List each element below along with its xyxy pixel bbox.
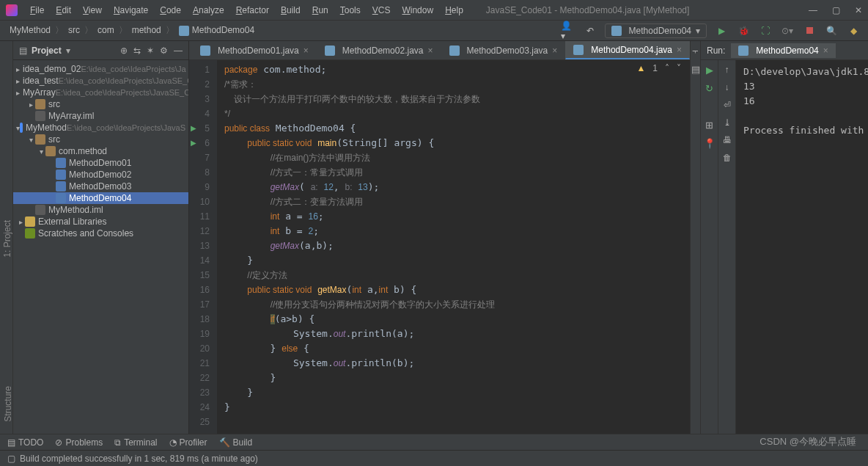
run-tab[interactable]: MethodDemo04 × — [731, 43, 835, 58]
layout-icon[interactable]: ⊞ — [705, 120, 713, 131]
clear-icon[interactable]: 🗑 — [723, 153, 732, 163]
window-title: JavaSE_Code01 - MethodDemo04.java [MyMet… — [486, 5, 689, 15]
menu-vcs[interactable]: VCS — [367, 3, 396, 18]
app-icon — [6, 4, 18, 16]
rerun-button[interactable]: ▶ — [706, 65, 713, 76]
editor-tab[interactable]: MethodDemo03.java× — [441, 42, 566, 59]
editor-tab[interactable]: MethodDemo01.java× — [192, 42, 317, 59]
up-icon[interactable]: ↑ — [725, 65, 729, 75]
run-tab-label: MethodDemo04 — [756, 45, 818, 56]
breadcrumb-item[interactable]: MethodDemo04 — [177, 25, 257, 35]
status-icon: ▢ — [7, 454, 15, 464]
menu-code[interactable]: Code — [155, 3, 186, 18]
run-toolbar-2: ↑ ↓ ⏎ ⤓ 🖶 🗑 — [718, 60, 736, 434]
bottom-problems[interactable]: ⊘ Problems — [55, 437, 103, 448]
breadcrumb-item[interactable]: com — [95, 25, 117, 35]
editor[interactable]: 1234▶5▶678910111213141516171819202122232… — [189, 60, 690, 434]
profile-button[interactable]: ⊙▾ — [780, 23, 795, 38]
status-text: Build completed successfully in 1 sec, 8… — [20, 454, 258, 464]
project-toolwindow-button[interactable]: 1: Project — [2, 220, 12, 258]
run-toolbar-1: ▶ ↻ ⊞ 📍 — [701, 60, 718, 434]
project-tree[interactable]: ▸idea_demo_02 E:\idea_code\IdeaProjects\… — [13, 60, 188, 434]
console-output[interactable]: D:\develop\Java\jdk1.8.0_241\bin\java.e … — [736, 60, 868, 434]
tree-item[interactable]: ▸src — [13, 98, 188, 110]
coverage-button[interactable]: ⛶ — [758, 23, 773, 38]
menu-tools[interactable]: Tools — [335, 3, 366, 18]
collapse-icon[interactable]: ✶ — [147, 45, 154, 56]
tree-item[interactable]: ▸External Libraries — [13, 216, 188, 227]
menu-analyze[interactable]: Analyze — [188, 3, 229, 18]
main-menu: FileEditViewNavigateCodeAnalyzeRefactorB… — [25, 3, 468, 18]
search-icon[interactable]: 🔍 — [824, 23, 839, 38]
bottom-build[interactable]: 🔨 Build — [219, 437, 253, 448]
menu-view[interactable]: View — [78, 3, 107, 18]
toolbar-right: 👤▾ ↶ MethodDemo04 ▾ ▶ 🐞 ⛶ ⊙▾ 🔍 ◆ — [561, 23, 861, 38]
rerun-icon[interactable]: ↻ — [705, 83, 713, 94]
user-icon[interactable]: 👤▾ — [561, 23, 575, 38]
prev-highlight-icon[interactable]: ˄ — [665, 63, 669, 73]
maximize-button[interactable]: ▢ — [832, 5, 840, 15]
tree-item[interactable]: ▾com.method — [13, 145, 188, 157]
back-icon[interactable]: ↶ — [583, 23, 597, 38]
tree-item[interactable]: ▾src — [13, 134, 188, 145]
tree-item[interactable]: MethodDemo02 — [13, 169, 188, 181]
titlebar: FileEditViewNavigateCodeAnalyzeRefactorB… — [0, 0, 868, 21]
run-config-label: MethodDemo04 — [629, 26, 691, 36]
breadcrumb-item[interactable]: src — [66, 25, 82, 35]
menu-help[interactable]: Help — [440, 3, 468, 18]
print-icon[interactable]: 🖶 — [723, 135, 732, 145]
down-icon[interactable]: ↓ — [725, 82, 729, 92]
tree-item[interactable]: MethodDemo03 — [13, 181, 188, 192]
left-tool-strip: 1: Project Learn — [0, 41, 13, 434]
tree-item[interactable]: MethodDemo04 — [13, 192, 188, 204]
status-bar: ▢ Build completed successfully in 1 sec,… — [0, 450, 868, 466]
tree-item[interactable]: MyArray.iml — [13, 110, 188, 122]
debug-button[interactable]: 🐞 — [736, 23, 751, 38]
ide-icon[interactable]: ◆ — [846, 23, 861, 38]
menu-navigate[interactable]: Navigate — [108, 3, 153, 18]
select-opened-file-icon[interactable]: ⊕ — [120, 45, 128, 56]
warning-count: 1 — [652, 63, 658, 73]
menu-file[interactable]: File — [25, 3, 49, 18]
tree-item[interactable]: MyMethod.iml — [13, 204, 188, 216]
menu-edit[interactable]: Edit — [51, 3, 76, 18]
tree-item[interactable]: ▸idea_demo_02 E:\idea_code\IdeaProjects\… — [13, 63, 188, 75]
menu-refactor[interactable]: Refactor — [231, 3, 274, 18]
wrap-icon[interactable]: ⏎ — [724, 100, 731, 110]
breadcrumb-item[interactable]: MyMethod — [7, 25, 53, 35]
editor-tab[interactable]: MethodDemo02.java× — [317, 42, 441, 59]
bottom-todo[interactable]: ▤ TODO — [7, 437, 43, 448]
code-content[interactable]: package com.method; /*需求： 设计一个方法用于打印两个数中… — [217, 60, 690, 434]
run-button[interactable]: ▶ — [714, 23, 729, 38]
menu-build[interactable]: Build — [276, 3, 306, 18]
close-button[interactable]: ✕ — [855, 5, 862, 15]
editor-inspection-widget[interactable]: ▲ 1 ˄ ˅ — [636, 63, 681, 73]
menu-window[interactable]: Window — [397, 3, 438, 18]
tree-item[interactable]: MethodDemo01 — [13, 157, 188, 169]
run-config-dropdown[interactable]: MethodDemo04 ▾ — [605, 23, 707, 38]
menu-run[interactable]: Run — [307, 3, 334, 18]
settings-icon[interactable]: ⚙ — [160, 45, 168, 56]
tree-item[interactable]: ▾MyMethod E:\idea_code\IdeaProjects\Java… — [13, 122, 188, 134]
bottom-profiler[interactable]: ◔ Profiler — [169, 437, 207, 448]
stop-icon[interactable] — [707, 101, 712, 112]
pin-icon[interactable]: 📍 — [704, 138, 716, 149]
stop-button[interactable] — [802, 23, 817, 38]
split-icon[interactable]: ⫟ — [691, 45, 700, 57]
minimize-button[interactable]: — — [809, 5, 817, 15]
tree-item[interactable]: ▸MyArray E:\idea_code\IdeaProjects\JavaS… — [13, 87, 188, 98]
editor-area: MethodDemo01.java×MethodDemo02.java×Meth… — [189, 41, 690, 434]
tree-item[interactable]: ▸idea_test E:\idea_code\IdeaProjects\Jav… — [13, 75, 188, 87]
scroll-icon[interactable]: ⤓ — [724, 117, 731, 128]
breadcrumb-item[interactable]: method — [130, 25, 163, 35]
line-gutter[interactable]: 1234▶5▶678910111213141516171819202122232… — [189, 60, 217, 434]
expand-all-icon[interactable]: ⇆ — [133, 45, 141, 56]
bottom-terminal[interactable]: ⧉ Terminal — [114, 437, 157, 448]
editor-tab[interactable]: MethodDemo04.java× — [565, 41, 690, 59]
tree-item[interactable]: Scratches and Consoles — [13, 227, 188, 239]
editor-tabs: MethodDemo01.java×MethodDemo02.java×Meth… — [189, 41, 690, 60]
hide-icon[interactable]: — — [174, 45, 183, 56]
next-highlight-icon[interactable]: ˅ — [677, 63, 681, 73]
layout-icon[interactable]: ▤ — [691, 64, 700, 75]
structure-toolwindow-button[interactable]: Structure — [3, 386, 13, 422]
